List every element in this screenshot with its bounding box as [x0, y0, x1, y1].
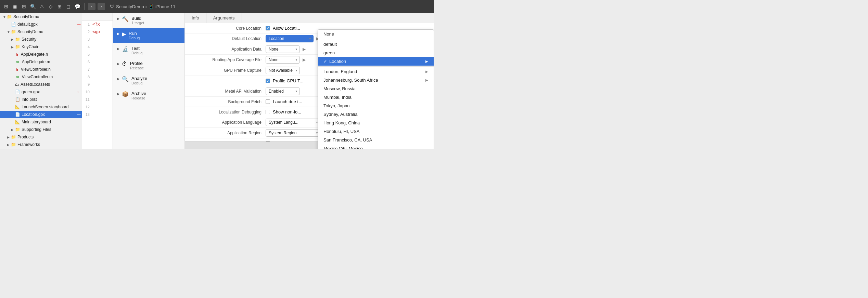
dropdown-item-hongkong[interactable]: Hong Kong, China [318, 119, 434, 127]
checkbox-allow-location[interactable]: ✓ [266, 26, 270, 30]
chat-icon[interactable]: 💬 [74, 3, 81, 10]
dropdown-item-moscow[interactable]: Moscow, Russia [318, 84, 434, 93]
tree-item-security[interactable]: ▶ 📁 Security [0, 36, 82, 43]
application-data-select[interactable]: None [266, 45, 300, 53]
tree-item-keychain[interactable]: ▶ 📁 KeyChain [0, 43, 82, 51]
dropdown-item-sydney[interactable]: Sydney, Australia [318, 110, 434, 119]
dropdown-label: San Francisco, CA, USA [323, 137, 372, 143]
dropdown-item-mexicocity[interactable]: Mexico City, Mexico [318, 144, 434, 149]
tree-item-assets[interactable]: 🗂 Assets.xcassets [0, 81, 82, 88]
search-icon[interactable]: 🔍 [29, 3, 36, 10]
breadcrumb: 🛡 SecurityDemo › 📱 iPhone 11 [110, 4, 176, 9]
dropdown-item-sanfrancisco[interactable]: San Francisco, CA, USA [318, 136, 434, 144]
line-number: 2 [82, 30, 92, 34]
dropdown-item-none[interactable]: None [318, 30, 434, 38]
scheme-name: Run [129, 31, 140, 36]
tree-item-supporting-files[interactable]: ▶ 📁 Supporting Files [0, 126, 82, 133]
tree-item-viewcontroller-h[interactable]: h ViewController.h [0, 66, 82, 73]
check-mark-icon: ✓ [323, 59, 327, 64]
dropdown-item-location[interactable]: ✓ Location ▶ [318, 57, 434, 66]
dropdown-item-johannesburg[interactable]: Johannesburg, South Africa ▶ [318, 76, 434, 84]
forward-button[interactable]: › [98, 3, 105, 10]
expand-arrow: ▶ [11, 45, 15, 49]
breadcrumb-project[interactable]: SecurityDemo [116, 4, 144, 9]
dropdown-item-green[interactable]: green [318, 49, 434, 57]
analyze-icon: 🔍 [122, 76, 129, 82]
code-line-11: 11 [82, 96, 113, 103]
dropdown-item-default[interactable]: default [318, 40, 434, 49]
tree-item-frameworks[interactable]: ▶ 📁 Frameworks [0, 141, 82, 148]
file-tree: ▼ 📁 SecurityDemo 📄 default.gpx ← ▼ 📁 Sec… [0, 13, 82, 149]
scheme-icon[interactable]: ⊞ [21, 3, 27, 10]
line-number: 1 [82, 22, 92, 26]
tree-item-main-storyboard[interactable]: 📐 Main.storyboard [0, 118, 82, 126]
routing-select[interactable]: None [266, 56, 300, 64]
scheme-expand-arrow: ▶ [117, 17, 120, 21]
file-icon: 📄 [11, 22, 16, 27]
localization-text: Show non-lo... [273, 109, 301, 114]
dropdown-label: green [323, 50, 335, 55]
breadcrumb-device[interactable]: iPhone 11 [155, 4, 176, 9]
tree-item-info-plist[interactable]: 📋 Info.plist [0, 96, 82, 103]
dropdown-arrow-icon: ▶ [303, 57, 306, 62]
scheme-item-run[interactable]: ▶ ▶ Run Debug [113, 28, 184, 43]
metal-api-select[interactable]: Enabled [266, 87, 300, 95]
tree-item-appdelegate-m[interactable]: m AppDelegate.m [0, 58, 82, 66]
gpu-capture-select[interactable]: Not Available [266, 67, 300, 74]
tab-info-label: Info [192, 15, 199, 21]
tag-icon[interactable]: ◻ [65, 3, 72, 10]
dropdown-item-mumbai[interactable]: Mumbai, India [318, 93, 434, 101]
code-line-2: 2 <gp [82, 28, 113, 36]
dropdown-label: default [323, 42, 337, 47]
toolbar: ⊞ ◼ ⊞ 🔍 ⚠ ◇ ⊞ ◻ 💬 ‹ › 🛡 SecurityDemo › 📱… [0, 0, 434, 13]
checkbox-background-fetch[interactable] [266, 99, 270, 104]
tree-label: Frameworks [17, 142, 82, 147]
warning-icon[interactable]: ⚠ [38, 3, 45, 10]
breadcrumb-device-icon: 📱 [148, 4, 154, 9]
back-button[interactable]: ‹ [88, 3, 95, 10]
default-location-value: Location [269, 36, 284, 41]
toolbar-separator [84, 3, 85, 10]
tree-item-green-gpx[interactable]: 📄 green.gpx ← [0, 88, 82, 96]
tree-item-viewcontroller-m[interactable]: m ViewController.m [0, 73, 82, 81]
tab-arguments[interactable]: Arguments [206, 13, 242, 23]
settings-label: Localization Debugging [190, 110, 266, 114]
tab-info[interactable]: Info [185, 13, 206, 23]
tree-label: LaunchScreen.storyboard [22, 105, 82, 109]
checkbox-localization[interactable] [266, 110, 270, 114]
dropdown-item-tokyo[interactable]: Tokyo, Japan [318, 101, 434, 110]
dropdown-item-honolulu[interactable]: Honolulu, HI, USA [318, 127, 434, 136]
code-line-12: 12 [82, 103, 113, 111]
expand-arrow: ▶ [7, 143, 11, 147]
app-language-select[interactable]: System Langu... [266, 119, 320, 126]
scheme-item-profile[interactable]: ▶ ⏱ Profile Release [113, 58, 184, 73]
app-region-select[interactable]: System Region [266, 129, 320, 137]
settings-label: Core Location [190, 26, 266, 31]
scheme-expand-arrow: ▶ [117, 32, 120, 36]
tree-item-products[interactable]: ▶ 📁 Products [0, 133, 82, 141]
checkbox-profile-gpu[interactable]: ✓ [266, 79, 270, 83]
tree-item-location-gpx[interactable]: 📄 Location.gpx ← [0, 111, 82, 118]
code-line-4: 4 [82, 43, 113, 51]
settings-label: Background Fetch [190, 99, 266, 104]
grid-icon[interactable]: ⊞ [3, 3, 10, 10]
stop-icon[interactable]: ◼ [12, 3, 18, 10]
dropdown-item-london[interactable]: London, England ▶ [318, 67, 434, 76]
bookmark-icon[interactable]: ◇ [47, 3, 54, 10]
scheme-item-analyze[interactable]: ▶ 🔍 Analyze Debug [113, 73, 184, 88]
line-number: 8 [82, 75, 92, 79]
line-number: 11 [82, 97, 92, 101]
line-number: 12 [82, 105, 92, 109]
table-icon[interactable]: ⊞ [56, 3, 63, 10]
tree-item-securitydemo-folder[interactable]: ▼ 📁 SecurityDemo [0, 28, 82, 36]
default-location-select[interactable]: Location [266, 35, 314, 42]
tree-label: ViewController.h [21, 67, 82, 72]
tree-item-securitydemo-root[interactable]: ▼ 📁 SecurityDemo [0, 13, 82, 21]
scheme-item-build[interactable]: ▶ 🔨 Build 1 target [113, 13, 184, 28]
tree-item-launchscreen[interactable]: 📐 LaunchScreen.storyboard [0, 103, 82, 111]
tree-item-appdelegate-h[interactable]: h AppDelegate.h [0, 51, 82, 58]
tree-item-default-gpx[interactable]: 📄 default.gpx ← [0, 21, 82, 28]
scheme-item-archive[interactable]: ▶ 📦 Archive Release [113, 88, 184, 103]
scheme-item-test[interactable]: ▶ 🔬 Test Debug [113, 43, 184, 58]
code-line-7: 7 [82, 66, 113, 73]
